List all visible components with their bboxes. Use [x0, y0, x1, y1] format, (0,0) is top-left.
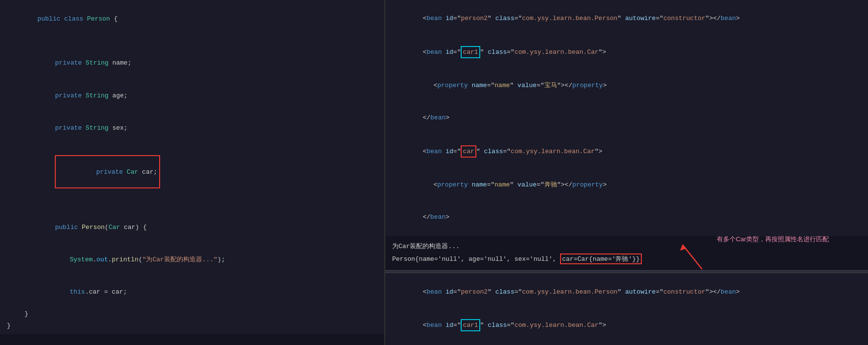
xml-section-2-right: <bean id="person2" class="com.ysy.learn.…	[385, 273, 868, 345]
r-xml-car1: <bean id="car1" class="com.ysy.learn.bea…	[385, 35, 868, 69]
r2-xml-car1-prop: <property name="name" value="宝马"></prope…	[385, 343, 868, 345]
r2-xml-person2: <bean id="person2" class="com.ysy.learn.…	[385, 276, 868, 308]
r2-car1-id-box: car1	[461, 319, 480, 331]
r-annotation-1: 有多个Car类型，再按照属性名进行匹配	[717, 235, 829, 244]
xml-line-person2: <bean id="person2" class="com.ysy.learn.…	[0, 337, 384, 345]
closing-brace: }	[0, 308, 384, 320]
left-panel: public class Person { private String nam…	[0, 0, 385, 345]
red-arrow-svg	[678, 240, 707, 274]
field-name: private String name;	[0, 47, 384, 79]
field-sex: private String sex;	[0, 112, 384, 144]
r-xml-car-prop: <property name="name" value="奔驰"></prope…	[385, 169, 868, 201]
empty-line2	[0, 200, 384, 211]
empty-line	[0, 35, 384, 46]
r-car1-id-box: car1	[461, 46, 480, 58]
r-xml-person2: <bean id="person2" class="com.ysy.learn.…	[385, 2, 868, 35]
field-car: private Car car;	[0, 144, 384, 200]
r2-xml-car1: <bean id="car1" class="com.ysy.learn.bea…	[385, 308, 868, 343]
xml-section-1-left: <bean id="person2" class="com.ysy.learn.…	[0, 334, 384, 345]
keyword-class: class	[64, 15, 87, 23]
right-panel: <bean id="person2" class="com.ysy.learn.…	[385, 0, 868, 345]
output1-right-row: 为Car装配的构造器... Person{name='null', age='n…	[385, 240, 868, 267]
class-name: Person	[87, 15, 110, 23]
brace-open: {	[110, 15, 118, 23]
r-car-id-box: car	[461, 145, 476, 158]
constructor-decl: public Person(Car car) {	[0, 211, 384, 243]
main-container: public class Person { private String nam…	[0, 0, 868, 345]
r-xml-car1-prop: <property name="name" value="宝马"></prope…	[385, 69, 868, 102]
r-xml-car: <bean id="car" class="com.ysy.learn.bean…	[385, 134, 868, 168]
xml-section-1-right: <bean id="person2" class="com.ysy.learn.…	[385, 0, 868, 236]
output1-right-content: 为Car装配的构造器... Person{name='null', age='n…	[392, 241, 861, 266]
this-car-line: this.car = car;	[0, 276, 384, 308]
java-code-section: public class Person { private String nam…	[0, 0, 384, 334]
sysout-line: System.out.println("为Car装配的构造器...");	[0, 244, 384, 276]
output-section-1-right: 为Car装配的构造器... Person{name='null', age='n…	[385, 236, 868, 270]
r-output-result-row: Person{name='null', age='null', sex='nul…	[392, 252, 861, 266]
class-close: }	[0, 320, 384, 331]
r-car-result-box-1: car=Car{name='奔驰'}}	[560, 253, 642, 264]
r-bean1-close: </bean>	[385, 102, 868, 134]
code-line: public class Person {	[0, 3, 384, 35]
r-bean2-close: </bean>	[385, 201, 868, 233]
keyword-public: public	[37, 15, 64, 23]
field-age: private String age;	[0, 79, 384, 112]
car-field-box: private Car car;	[55, 155, 160, 188]
